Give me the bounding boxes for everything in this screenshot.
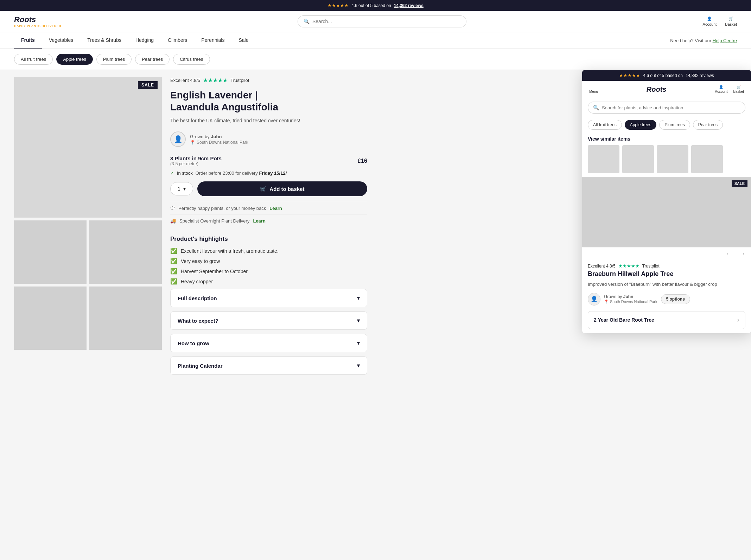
mobile-search-input[interactable] xyxy=(602,105,740,110)
delivery-guarantee-text: Specialist Overnight Plant Delivery xyxy=(179,218,249,224)
thumbnail-4[interactable] xyxy=(89,287,162,350)
banner-stars: ★★★★★ xyxy=(327,3,349,8)
filter-all-fruit-trees[interactable]: All fruit trees xyxy=(14,54,53,65)
account-button[interactable]: 👤 Account xyxy=(703,17,717,26)
add-to-basket-button[interactable]: 🛒 Add to basket xyxy=(197,181,367,196)
guarantee-row: 🛡 Perfectly happy plants, or your money … xyxy=(170,202,367,214)
quantity-selector[interactable]: 1 ▾ xyxy=(170,182,193,195)
bare-root-option[interactable]: 2 Year Old Bare Root Tree › xyxy=(588,311,745,329)
filter-citrus-trees[interactable]: Citrus trees xyxy=(173,54,210,65)
help-centre-link[interactable]: Help Centre xyxy=(713,38,737,43)
search-input[interactable] xyxy=(312,19,460,24)
nav-vegetables[interactable]: Vegetables xyxy=(42,32,80,49)
mobile-filter-plum[interactable]: Plum trees xyxy=(659,120,690,130)
product-column: Excellent 4.8/5 ★★★★★ Trustpilot English… xyxy=(170,77,367,375)
search-bar[interactable]: 🔍 xyxy=(298,15,466,27)
product-title-line2: Lavandula Angustifolia xyxy=(170,102,278,112)
guarantee-text: Perfectly happy plants, or your money ba… xyxy=(178,206,266,211)
mobile-banner-link[interactable]: 14,382 reviews xyxy=(686,73,714,78)
prev-arrow[interactable]: ← xyxy=(726,250,733,258)
mobile-product-desc: Improved version of "Braeburn" with bett… xyxy=(582,281,751,288)
highlight-text-1: Excellent flavour with a fresh, aromatic… xyxy=(181,248,279,254)
logo[interactable]: Roots Happy Plants Delivered xyxy=(14,15,61,28)
options-button[interactable]: 5 options xyxy=(661,294,690,304)
mobile-filter-apple[interactable]: Apple trees xyxy=(625,120,657,130)
delivery-label: Order before 23:00 for delivery xyxy=(196,170,258,176)
nav-arrows: ← → xyxy=(582,247,751,260)
nav-fruits[interactable]: Fruits xyxy=(14,32,42,49)
product-subtitle: The best for the UK climate, tried and t… xyxy=(170,117,367,124)
mobile-header-icons: 👤 Account 🛒 Basket xyxy=(715,85,744,94)
accordion-what-to-expect[interactable]: What to expect? ▾ xyxy=(170,311,367,330)
logo-name: Roots xyxy=(14,15,61,24)
mobile-menu-label: Menu xyxy=(589,90,598,94)
thumbnail-1[interactable] xyxy=(14,220,87,284)
nav-trees-shrubs[interactable]: Trees & Shrubs xyxy=(80,32,128,49)
delivery-learn-link[interactable]: Learn xyxy=(253,218,265,224)
highlight-item-3: ✅ Harvest September to October xyxy=(170,268,367,275)
next-arrow[interactable]: → xyxy=(738,250,745,258)
mobile-grower-location: 📍 South Downs National Park xyxy=(604,300,657,304)
mobile-filter-all[interactable]: All fruit trees xyxy=(588,120,622,130)
mobile-tp-brand: Trustpilot xyxy=(642,264,660,269)
nav-hedging[interactable]: Hedging xyxy=(128,32,161,49)
thumbnail-2[interactable] xyxy=(89,220,162,284)
mobile-account-label: Account xyxy=(715,90,727,94)
thumbnail-3[interactable] xyxy=(14,287,87,350)
accordion-label-3: How to grow xyxy=(178,340,209,346)
mobile-panel: ★★★★★ 4.6 out of 5 based on 14,382 revie… xyxy=(582,70,751,333)
product-option-row: 3 Plants in 9cm Pots (3-5 per metre) £16 xyxy=(170,155,367,166)
mobile-product-image: SALE xyxy=(582,177,751,247)
mobile-avatar: 👤 xyxy=(588,293,600,305)
product-title: English Lavender | Lavandula Angustifoli… xyxy=(170,89,367,113)
check-icon-3: ✅ xyxy=(170,268,177,275)
mobile-logo[interactable]: Roots xyxy=(647,85,667,94)
mobile-tp-rating: Excellent 4.8/5 xyxy=(588,264,616,269)
account-icon: 👤 xyxy=(707,17,712,21)
nav-links: Fruits Vegetables Trees & Shrubs Hedging… xyxy=(14,32,256,49)
trustpilot-row: Excellent 4.8/5 ★★★★★ Trustpilot xyxy=(170,77,367,84)
nav-climbers[interactable]: Climbers xyxy=(161,32,194,49)
bare-root-label: 2 Year Old Bare Root Tree xyxy=(594,317,654,323)
grower-row: 👤 Grown by John 📍 South Downs National P… xyxy=(170,131,367,147)
accordion-label-2: What to expect? xyxy=(178,318,218,324)
basket-label: Basket xyxy=(725,22,737,26)
highlight-item-1: ✅ Excellent flavour with a fresh, aromat… xyxy=(170,247,367,254)
nav-sale[interactable]: Sale xyxy=(231,32,255,49)
check-icon-2: ✅ xyxy=(170,258,177,264)
similar-item-1[interactable] xyxy=(588,145,619,173)
mobile-search-bar[interactable]: 🔍 xyxy=(588,102,745,114)
mobile-basket-button[interactable]: 🛒 Basket xyxy=(733,85,744,94)
mobile-product-title: Braeburn Hillwell Apple Tree xyxy=(582,270,751,278)
similar-item-4[interactable] xyxy=(691,145,723,173)
filter-pear-trees[interactable]: Pear trees xyxy=(135,54,170,65)
mobile-banner: ★★★★★ 4.6 out of 5 based on 14,382 revie… xyxy=(582,70,751,81)
filter-plum-trees[interactable]: Plum trees xyxy=(96,54,132,65)
accordion-label-4: Planting Calendar xyxy=(178,363,223,369)
similar-item-2[interactable] xyxy=(622,145,654,173)
accordion-how-to-grow[interactable]: How to grow ▾ xyxy=(170,334,367,352)
basket-button[interactable]: 🛒 Basket xyxy=(725,17,737,26)
delivery-date: Friday 15/12/ xyxy=(259,170,287,176)
chevron-right-icon: › xyxy=(737,316,739,324)
header-icons: 👤 Account 🛒 Basket xyxy=(703,17,737,26)
mobile-filter-pear[interactable]: Pear trees xyxy=(693,120,723,130)
filter-apple-trees[interactable]: Apple trees xyxy=(56,54,93,65)
accordion-full-description[interactable]: Full description ▾ xyxy=(170,289,367,307)
mobile-account-button[interactable]: 👤 Account xyxy=(715,85,727,94)
nav-help: Need help? Visit our Help Centre xyxy=(670,38,737,43)
highlight-item-2: ✅ Very easy to grow xyxy=(170,258,367,264)
accordion-planting-calendar[interactable]: Planting Calendar ▾ xyxy=(170,356,367,375)
search-icon: 🔍 xyxy=(304,19,310,24)
mobile-basket-icon: 🛒 xyxy=(737,85,741,89)
nav-perennials[interactable]: Perennials xyxy=(194,32,231,49)
add-to-basket-label: Add to basket xyxy=(269,186,304,192)
banner-review-link[interactable]: 14,362 reviews xyxy=(394,3,424,8)
top-banner: ★★★★★ 4.6 out of 5 based on 14,362 revie… xyxy=(0,0,751,11)
main-product-image: SALE xyxy=(14,77,162,218)
highlight-text-3: Harvest September to October xyxy=(181,269,248,274)
guarantee-learn-link[interactable]: Learn xyxy=(269,206,282,211)
similar-item-3[interactable] xyxy=(657,145,688,173)
mobile-menu-button[interactable]: ☰ Menu xyxy=(589,85,598,94)
mobile-grown-by: Grown by John xyxy=(604,294,657,299)
